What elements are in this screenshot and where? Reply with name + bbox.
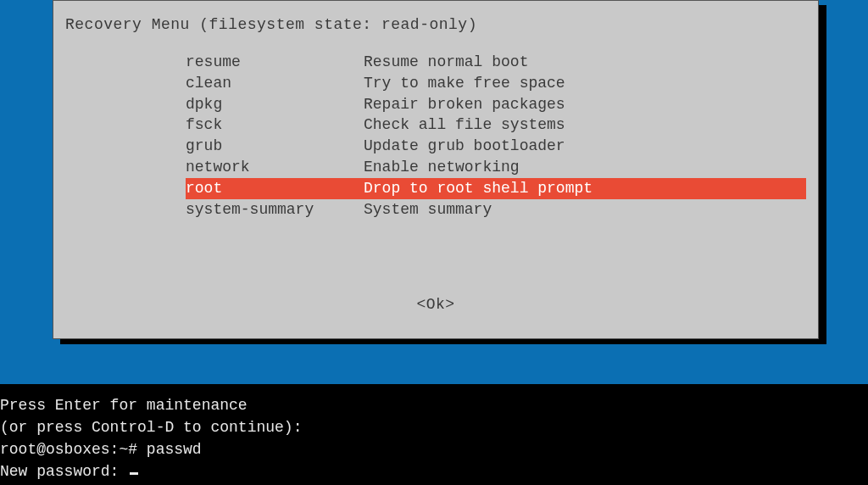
recovery-menu-dialog: Recovery Menu (filesystem state: read-on…: [53, 0, 819, 339]
menu-item-key: system-summary: [186, 199, 364, 220]
terminal-line: Press Enter for maintenance: [0, 397, 248, 414]
menu-item-desc: Enable networking: [364, 157, 520, 178]
menu-item-desc: Drop to root shell prompt: [364, 178, 593, 199]
ok-button[interactable]: <Ok>: [416, 296, 454, 313]
menu-item-key: dpkg: [186, 94, 364, 115]
menu-item-root[interactable]: rootDrop to root shell prompt: [186, 178, 806, 199]
menu-item-desc: Check all file systems: [364, 114, 565, 136]
menu-item-desc: Repair broken packages: [364, 94, 565, 115]
menu-item-dpkg[interactable]: dpkgRepair broken packages: [186, 94, 806, 115]
menu-item-clean[interactable]: cleanTry to make free space: [186, 73, 806, 94]
menu-item-desc: System summary: [364, 199, 492, 220]
menu-item-key: clean: [186, 73, 364, 94]
terminal-line: root@osboxes:~# passwd: [0, 441, 202, 458]
terminal-output[interactable]: Press Enter for maintenance (or press Co…: [0, 384, 868, 485]
menu-item-key: network: [186, 157, 364, 178]
menu-item-fsck[interactable]: fsckCheck all file systems: [186, 114, 806, 136]
menu-item-desc: Try to make free space: [364, 73, 565, 94]
recovery-screen-background: Recovery Menu (filesystem state: read-on…: [0, 0, 868, 384]
cursor-icon: [130, 472, 138, 475]
menu-item-resume[interactable]: resumeResume normal boot: [186, 52, 806, 73]
menu-item-system-summary[interactable]: system-summarySystem summary: [186, 199, 806, 220]
menu-item-desc: Resume normal boot: [364, 52, 528, 73]
dialog-title: Recovery Menu (filesystem state: read-on…: [65, 16, 806, 33]
menu-item-key: resume: [186, 52, 364, 73]
terminal-line: (or press Control-D to continue):: [0, 419, 302, 436]
menu-item-key: grub: [186, 136, 364, 157]
menu-item-desc: Update grub bootloader: [364, 136, 565, 157]
terminal-line: New password:: [0, 463, 128, 480]
menu-item-grub[interactable]: grubUpdate grub bootloader: [186, 136, 806, 157]
menu-item-key: root: [186, 178, 364, 199]
menu-list[interactable]: resumeResume normal boot cleanTry to mak…: [186, 52, 806, 220]
menu-item-network[interactable]: networkEnable networking: [186, 157, 806, 178]
menu-item-key: fsck: [186, 114, 364, 136]
